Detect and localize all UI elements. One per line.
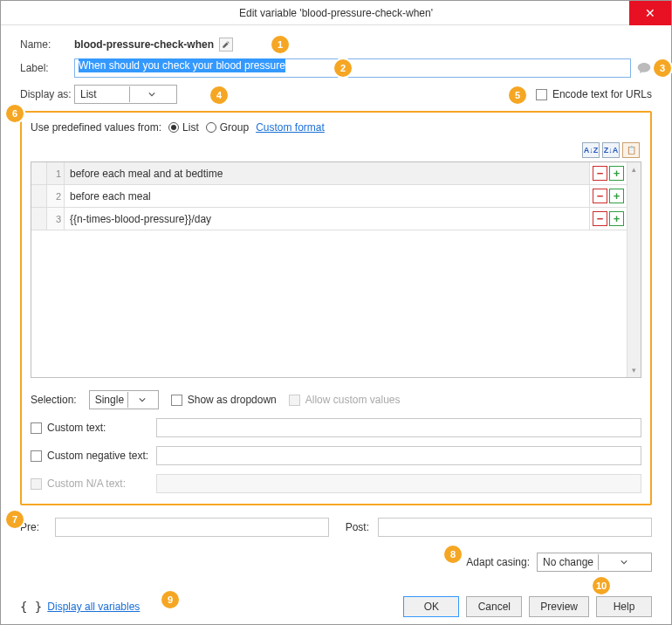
radio-group-label: Group (220, 121, 249, 134)
dialog-content: Name: blood-pressure-check-when Label: W… (1, 25, 671, 625)
dialog-title: Edit variable 'blood-pressure-check-when… (239, 7, 433, 19)
selection-row: Selection: Single Show as dropdown Allow… (31, 390, 641, 409)
chevron-down-icon (598, 554, 650, 570)
checkbox-icon (289, 395, 300, 406)
show-dropdown-check[interactable]: Show as dropdown (171, 394, 277, 406)
sort-asc-icon: A↓Z (584, 146, 599, 155)
post-label: Post: (338, 521, 369, 533)
name-row: Name: blood-pressure-check-when (20, 38, 652, 52)
custom-format-link[interactable]: Custom format (256, 121, 325, 134)
encode-urls-check[interactable]: Encode text for URLs (536, 88, 652, 100)
label-label: Label: (20, 62, 74, 74)
ok-button[interactable]: OK (403, 596, 459, 617)
custom-negative-input[interactable] (156, 446, 641, 465)
custom-negative-label: Custom negative text: (47, 450, 148, 462)
name-label: Name: (20, 38, 74, 51)
radio-list-label: List (182, 121, 199, 134)
predef-source-row: Use predefined values from: List Group C… (31, 121, 641, 134)
table-row[interactable]: 1before each meal and at bedtime−+ (31, 162, 627, 185)
close-icon: ✕ (645, 6, 655, 20)
pre-label: Pre: (20, 521, 46, 533)
add-row-button[interactable]: + (609, 189, 624, 203)
display-as-value: List (80, 88, 126, 100)
display-all-variables-link[interactable]: Display all variables (47, 601, 140, 613)
radio-icon (168, 122, 179, 133)
name-value: blood-pressure-check-when (74, 38, 214, 51)
sort-desc-button[interactable]: Z↓A (602, 142, 620, 158)
preview-button[interactable]: Preview (529, 596, 589, 617)
allow-custom-label: Allow custom values (305, 394, 401, 406)
row-handle[interactable] (31, 208, 47, 230)
row-value[interactable]: before each meal and at bedtime (65, 162, 590, 184)
custom-text-label: Custom text: (47, 422, 106, 434)
custom-text-input[interactable] (156, 418, 641, 437)
custom-na-row: Custom N/A text: (31, 474, 641, 493)
checkbox-icon[interactable] (31, 422, 42, 434)
label-input-value: When should you check your blood pressur… (79, 58, 285, 72)
row-actions: −+ (590, 185, 627, 207)
row-value[interactable]: {{n-times-blood-pressure}}/day (65, 208, 590, 230)
checkbox-icon (171, 395, 182, 406)
encode-urls-label: Encode text for URLs (552, 88, 652, 100)
predef-heading: Use predefined values from: (31, 121, 161, 134)
row-number: 3 (47, 208, 65, 230)
grid-toolbar: A↓Z Z↓A 📋 (582, 137, 641, 160)
post-input[interactable] (378, 518, 652, 537)
add-row-button[interactable]: + (609, 166, 624, 181)
display-as-select[interactable]: List (74, 85, 177, 104)
edit-name-button[interactable] (219, 38, 233, 52)
scroll-down-icon: ▾ (627, 363, 641, 377)
checkbox-icon (31, 478, 42, 490)
row-handle[interactable] (31, 185, 47, 207)
label-input[interactable]: When should you check your blood pressur… (74, 58, 631, 78)
chevron-down-icon (129, 86, 175, 102)
selection-select[interactable]: Single (89, 390, 159, 409)
scroll-up-icon: ▴ (627, 162, 641, 176)
adapt-casing-value: No change (543, 556, 594, 568)
help-button[interactable]: Help (596, 596, 652, 617)
selection-label: Selection: (31, 394, 77, 406)
dialog-window: 1 2 3 4 5 6 7 8 9 10 Edit variable 'bloo… (0, 0, 672, 625)
values-grid: 1before each meal and at bedtime−+2befor… (31, 161, 641, 378)
remove-row-button[interactable]: − (593, 166, 607, 181)
radio-list[interactable]: List (168, 121, 199, 134)
pre-input[interactable] (55, 518, 329, 537)
remove-row-button[interactable]: − (593, 211, 607, 226)
radio-group[interactable]: Group (206, 121, 249, 134)
grid-scrollbar[interactable]: ▴ ▾ (627, 162, 641, 377)
table-row[interactable]: 2before each meal−+ (31, 185, 627, 208)
grid-toolbar-row: A↓Z Z↓A 📋 (31, 137, 641, 160)
grid-body: 1before each meal and at bedtime−+2befor… (31, 162, 627, 377)
paste-button[interactable]: 📋 (622, 142, 640, 158)
row-number: 2 (47, 185, 65, 207)
bottom-row: { } Display all variables OK Cancel Prev… (20, 596, 652, 617)
adapt-casing-label: Adapt casing: (466, 556, 530, 568)
sort-asc-button[interactable]: A↓Z (582, 142, 600, 158)
checkbox-icon[interactable] (31, 450, 42, 462)
clipboard-icon: 📋 (627, 146, 636, 155)
row-actions: −+ (590, 208, 627, 230)
row-handle[interactable] (31, 162, 47, 184)
adapt-casing-select[interactable]: No change (537, 553, 652, 572)
pre-post-row: Pre: Post: (20, 518, 652, 537)
remove-row-button[interactable]: − (593, 189, 607, 203)
custom-na-label: Custom N/A text: (47, 477, 126, 490)
row-value[interactable]: before each meal (65, 185, 590, 207)
custom-negative-row: Custom negative text: (31, 446, 641, 465)
titlebar: Edit variable 'blood-pressure-check-when… (1, 1, 671, 25)
predefined-values-group: Use predefined values from: List Group C… (20, 111, 652, 505)
add-row-button[interactable]: + (609, 211, 624, 226)
adapt-casing-row: Adapt casing: No change (20, 553, 652, 572)
custom-text-row: Custom text: (31, 418, 641, 437)
checkbox-icon (536, 89, 547, 100)
label-row: Label: When should you check your blood … (20, 58, 652, 78)
comment-button[interactable] (636, 60, 652, 76)
custom-na-input (156, 474, 641, 493)
speech-bubble-icon (637, 62, 651, 74)
chevron-down-icon (127, 392, 156, 408)
close-button[interactable]: ✕ (629, 1, 671, 25)
table-row[interactable]: 3{{n-times-blood-pressure}}/day−+ (31, 208, 627, 230)
allow-custom-check: Allow custom values (289, 394, 401, 406)
cancel-button[interactable]: Cancel (466, 596, 522, 617)
sort-desc-icon: Z↓A (604, 146, 619, 155)
